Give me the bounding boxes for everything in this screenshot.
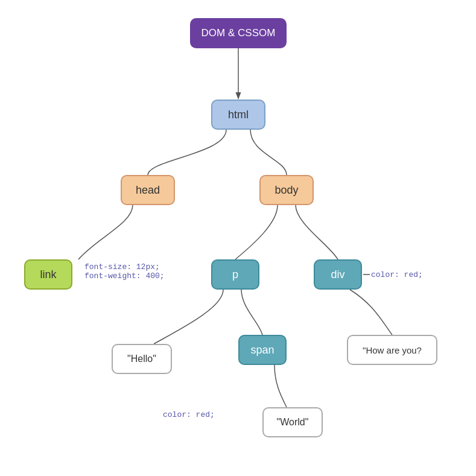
p-node: p	[211, 259, 259, 290]
dom-cssom-node: DOM & CSSOM	[190, 18, 287, 48]
span-label: span	[250, 344, 274, 357]
html-label: html	[228, 109, 249, 121]
html-node: html	[211, 100, 265, 130]
head-node: head	[121, 175, 175, 205]
head-label: head	[136, 184, 160, 197]
span-node: span	[238, 335, 287, 365]
link-node: link	[24, 259, 72, 290]
howareyou-node: "How are you?	[347, 335, 437, 365]
div-label: div	[331, 268, 344, 281]
div-css-label: color: red;	[371, 270, 423, 279]
howareyou-label: "How are you?	[363, 345, 422, 355]
body-label: body	[274, 184, 298, 197]
p-label: p	[232, 268, 238, 281]
div-node: div	[314, 259, 362, 290]
span-css-label: color: red;	[163, 410, 215, 419]
hello-node: "Hello"	[112, 344, 172, 374]
link-label: link	[40, 268, 56, 281]
link-css-label: font-size: 12px; font-weight: 400;	[84, 262, 165, 281]
body-node: body	[259, 175, 314, 205]
world-label: "World"	[277, 417, 309, 428]
world-node: "World"	[262, 407, 323, 437]
dom-cssom-label: DOM & CSSOM	[202, 27, 276, 39]
hello-label: "Hello"	[127, 354, 156, 364]
